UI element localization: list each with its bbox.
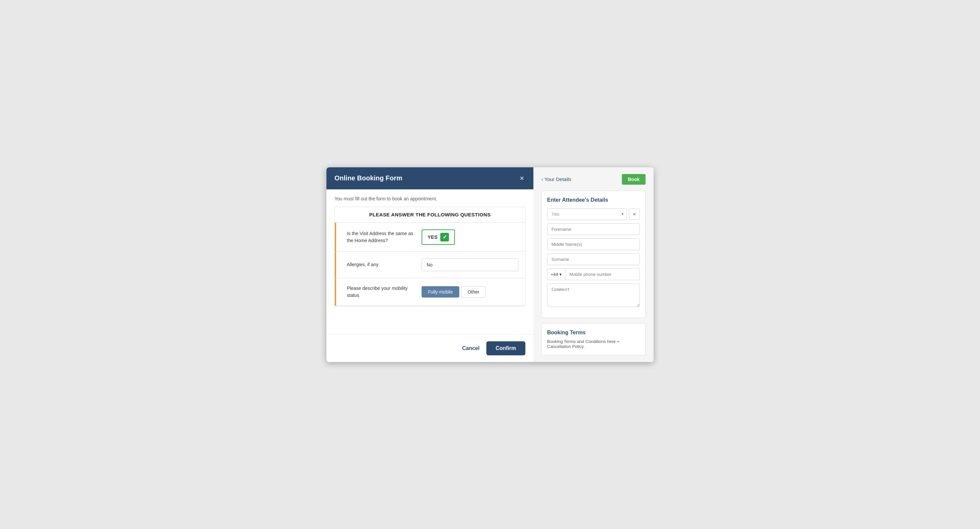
chevron-left-icon: ‹: [541, 176, 543, 182]
attendee-section-title: Enter Attendee's Details: [547, 197, 640, 203]
questions-section: PLEASE ANSWER THE FOLLOWING QUESTIONS Is…: [334, 207, 525, 306]
middle-name-input[interactable]: [547, 239, 640, 250]
surname-input[interactable]: [547, 253, 640, 265]
title-field: Title Mr Mrs Ms Dr ▾ ✕: [547, 209, 640, 220]
question-answer-visit-address: YES ✓: [415, 229, 519, 245]
phone-input[interactable]: [565, 269, 640, 280]
title-clear-button[interactable]: ✕: [629, 209, 640, 220]
mobility-other-button[interactable]: Other: [461, 286, 486, 298]
modal-close-button[interactable]: ×: [519, 173, 525, 183]
title-select-wrapper: Title Mr Mrs Ms Dr ▾: [547, 209, 627, 220]
surname-field: [547, 253, 640, 265]
right-panel: ‹ Your Details Book Enter Attendee's Det…: [533, 167, 654, 362]
question-row-allergies: Allergies, if any: [335, 252, 525, 278]
comment-field: [547, 284, 640, 308]
question-label-mobility: Please describe your mobility status: [342, 285, 415, 299]
questions-header-text: PLEASE ANSWER THE FOLLOWING QUESTIONS: [369, 212, 491, 217]
booking-terms-section: Booking Terms Booking Terms and Conditio…: [541, 323, 646, 355]
modal-footer: Cancel Confirm: [326, 334, 533, 362]
cancel-button[interactable]: Cancel: [462, 345, 479, 351]
phone-prefix-label: +44: [551, 272, 558, 277]
phone-prefix-dropdown-icon: ▾: [559, 272, 562, 277]
yes-label: YES: [428, 234, 438, 240]
questions-header: PLEASE ANSWER THE FOLLOWING QUESTIONS: [335, 207, 525, 223]
modal-panel: Online Booking Form × You must fill out …: [326, 167, 533, 362]
yes-check-icon: ✓: [440, 233, 449, 241]
back-link-label: Your Details: [544, 176, 571, 182]
modal-subtitle: You must fill out the form to book an ap…: [334, 196, 525, 201]
phone-field: +44 ▾: [547, 269, 640, 280]
confirm-button[interactable]: Confirm: [486, 341, 525, 355]
question-row-mobility: Please describe your mobility status Ful…: [335, 278, 525, 306]
question-label-allergies: Allergies, if any: [342, 261, 415, 268]
back-link[interactable]: ‹ Your Details: [541, 176, 571, 182]
modal-header: Online Booking Form ×: [326, 167, 533, 190]
right-panel-header: ‹ Your Details Book: [541, 174, 646, 185]
yes-button[interactable]: YES ✓: [422, 229, 455, 245]
phone-prefix-button[interactable]: +44 ▾: [547, 269, 565, 280]
modal-body: You must fill out the form to book an ap…: [326, 190, 533, 334]
modal-title: Online Booking Form: [334, 174, 402, 182]
allergies-input[interactable]: [422, 258, 519, 271]
question-label-visit-address: Is the Visit Address the same as the Hom…: [342, 230, 415, 244]
booking-terms-title: Booking Terms: [547, 330, 640, 336]
comment-input[interactable]: [547, 284, 640, 307]
forename-input[interactable]: [547, 223, 640, 235]
question-answer-allergies: [415, 258, 519, 271]
book-button[interactable]: Book: [622, 174, 646, 185]
mobility-fully-mobile-button[interactable]: Fully mobile: [422, 286, 459, 298]
question-row-visit-address: Is the Visit Address the same as the Hom…: [335, 223, 525, 252]
title-select[interactable]: Title Mr Mrs Ms Dr: [547, 209, 627, 220]
forename-field: [547, 223, 640, 235]
question-answer-mobility: Fully mobile Other: [415, 286, 519, 298]
attendee-section: Enter Attendee's Details Title Mr Mrs Ms…: [541, 191, 646, 318]
mobility-toggle-group: Fully mobile Other: [422, 286, 519, 298]
middle-name-field: [547, 239, 640, 250]
booking-terms-text: Booking Terms and Conditions here + Canc…: [547, 339, 640, 349]
